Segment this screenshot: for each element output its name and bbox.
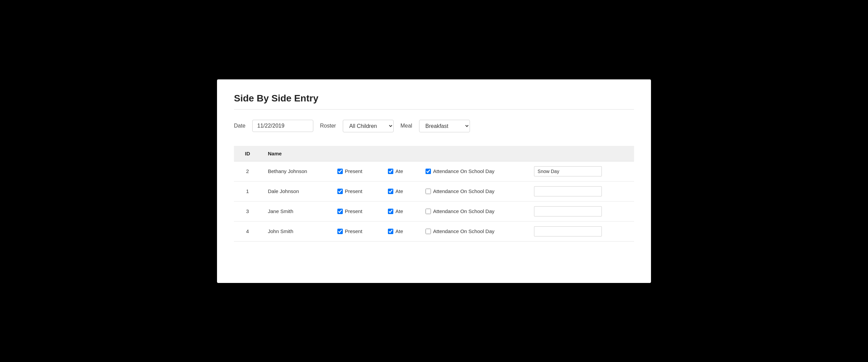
cell-present[interactable]: Present [331,221,381,241]
attendance-checkbox[interactable] [426,229,431,234]
roster-label: Roster [320,123,336,129]
note-input[interactable] [534,226,602,236]
ate-label: Ate [395,228,403,234]
attendance-label: Attendance On School Day [433,228,494,234]
meal-select[interactable]: Breakfast Lunch Dinner Snack [419,120,470,132]
ate-checkbox[interactable] [388,209,393,214]
table-header-row: ID Name [234,146,634,161]
cell-id: 4 [234,221,261,241]
cell-name: Bethany Johnson [261,161,331,181]
cell-name: John Smith [261,221,331,241]
date-input[interactable] [252,120,313,132]
attendance-checkbox[interactable] [426,209,431,214]
cell-attendance[interactable]: Attendance On School Day [419,201,527,221]
col-header-name: Name [261,146,331,161]
table-row: 3Jane SmithPresentAteAttendance On Schoo… [234,201,634,221]
attendance-checkbox[interactable] [426,189,431,194]
ate-checkbox[interactable] [388,229,393,234]
present-checkbox[interactable] [337,169,343,174]
ate-label: Ate [395,208,403,214]
filter-bar: Date Roster All Children Group A Group B… [234,120,634,132]
cell-id: 3 [234,201,261,221]
cell-attendance[interactable]: Attendance On School Day [419,221,527,241]
present-label: Present [345,188,362,194]
table-row: 4John SmithPresentAteAttendance On Schoo… [234,221,634,241]
cell-present[interactable]: Present [331,201,381,221]
cell-attendance[interactable]: Attendance On School Day [419,181,527,201]
cell-note[interactable] [527,221,634,241]
present-label: Present [345,208,362,214]
present-label: Present [345,168,362,174]
roster-select[interactable]: All Children Group A Group B [343,120,394,132]
table-row: 2Bethany JohnsonPresentAteAttendance On … [234,161,634,181]
note-input[interactable] [534,186,602,196]
cell-attendance[interactable]: Attendance On School Day [419,161,527,181]
col-header-ate [381,146,419,161]
cell-note[interactable] [527,201,634,221]
attendance-label: Attendance On School Day [433,168,494,174]
page-title: Side By Side Entry [234,93,634,110]
cell-ate[interactable]: Ate [381,221,419,241]
ate-checkbox[interactable] [388,169,393,174]
cell-ate[interactable]: Ate [381,181,419,201]
col-header-present [331,146,381,161]
cell-ate[interactable]: Ate [381,201,419,221]
cell-id: 1 [234,181,261,201]
cell-ate[interactable]: Ate [381,161,419,181]
ate-label: Ate [395,188,403,194]
present-checkbox[interactable] [337,209,343,214]
attendance-label: Attendance On School Day [433,208,494,214]
cell-name: Jane Smith [261,201,331,221]
table-row: 1Dale JohnsonPresentAteAttendance On Sch… [234,181,634,201]
present-checkbox[interactable] [337,189,343,194]
ate-checkbox[interactable] [388,189,393,194]
col-header-attendance [419,146,527,161]
cell-present[interactable]: Present [331,161,381,181]
present-label: Present [345,228,362,234]
col-header-id: ID [234,146,261,161]
cell-name: Dale Johnson [261,181,331,201]
cell-id: 2 [234,161,261,181]
cell-present[interactable]: Present [331,181,381,201]
present-checkbox[interactable] [337,229,343,234]
note-input[interactable] [534,166,602,176]
cell-note[interactable] [527,161,634,181]
note-input[interactable] [534,206,602,216]
meal-label: Meal [400,123,412,129]
date-label: Date [234,123,245,129]
page-container: Side By Side Entry Date Roster All Child… [217,79,651,283]
attendance-label: Attendance On School Day [433,188,494,194]
data-table: ID Name 2Bethany JohnsonPresentAteAttend… [234,146,634,242]
attendance-checkbox[interactable] [426,169,431,174]
cell-note[interactable] [527,181,634,201]
ate-label: Ate [395,168,403,174]
col-header-note [527,146,634,161]
